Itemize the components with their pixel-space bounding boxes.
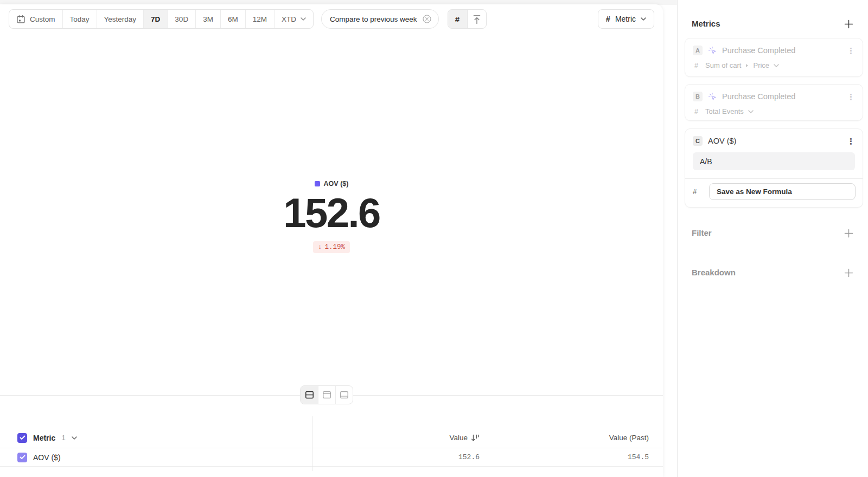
legend-color-swatch: [315, 181, 320, 186]
compare-chip-label: Compare to previous week: [330, 15, 417, 23]
row-value-past: 154.5: [628, 448, 649, 466]
kpi-legend: AOV ($): [315, 180, 349, 188]
metric-event-name: Purchase Completed: [722, 92, 795, 101]
metric-type-button[interactable]: # Metric: [598, 9, 654, 29]
metric-options-menu[interactable]: ⋮: [847, 47, 855, 55]
date-range-12m[interactable]: 12M: [246, 10, 275, 28]
add-filter-button[interactable]: [844, 228, 853, 238]
hash-icon: #: [694, 62, 701, 69]
date-range-label: Custom: [30, 15, 55, 23]
chevron-down-icon: [301, 17, 306, 21]
toolbar: Custom Today Yesterday 7D 30D 3M 6M 12M …: [9, 9, 654, 29]
add-breakdown-button[interactable]: [844, 268, 853, 278]
kpi-value: 152.6: [0, 192, 663, 234]
split-view-icon: [304, 390, 315, 400]
layout-table-only-button[interactable]: [335, 386, 353, 404]
metric-button-label: Metric: [615, 15, 636, 23]
query-builder-sidebar: Metrics A Purchase Completed ⋮ # Sum of …: [677, 0, 868, 477]
event-click-icon: [708, 46, 717, 55]
value-column-header[interactable]: Value: [449, 428, 480, 448]
row-value: 152.6: [458, 448, 480, 466]
date-range-selector: Custom Today Yesterday 7D 30D 3M 6M 12M …: [9, 9, 314, 29]
date-range-7d[interactable]: 7D: [144, 10, 168, 28]
metric-count: 1: [61, 434, 66, 442]
hash-icon: #: [693, 188, 709, 196]
report-canvas: Custom Today Yesterday 7D 30D 3M 6M 12M …: [0, 4, 663, 477]
hash-icon: #: [694, 108, 701, 115]
calendar-icon: [16, 15, 25, 24]
remove-compare-icon[interactable]: [422, 14, 432, 24]
top-panel-icon: [322, 390, 332, 400]
change-value: 1.19%: [325, 243, 346, 251]
metric-card-a[interactable]: A Purchase Completed ⋮ # Sum of cart Pri…: [685, 38, 863, 77]
value-past-column-header: Value (Past): [609, 428, 649, 448]
hash-icon: #: [606, 15, 610, 23]
metric-options-menu[interactable]: ⋮: [847, 137, 855, 145]
absolute-number-toggle[interactable]: #: [448, 10, 467, 28]
add-metric-button[interactable]: [844, 19, 853, 29]
event-click-icon: [708, 92, 717, 101]
row-checkbox[interactable]: [17, 453, 27, 462]
formula-input[interactable]: A/B: [693, 152, 855, 170]
metric-letter-badge: C: [693, 136, 703, 146]
layout-split-view-button[interactable]: [301, 386, 318, 404]
chevron-down-icon: [641, 17, 646, 21]
formula-metric-name: AOV ($): [708, 137, 736, 145]
date-range-custom[interactable]: Custom: [9, 10, 63, 28]
table-header-row: Metric 1 Value Value (Past): [0, 428, 663, 448]
metric-card-c[interactable]: C AOV ($) ⋮ A/B # Save as New Formula: [685, 128, 863, 208]
date-range-3m[interactable]: 3M: [196, 10, 221, 28]
chevron-down-icon: [748, 110, 754, 113]
value-display-toggle: #: [448, 9, 487, 29]
compare-chip[interactable]: Compare to previous week: [321, 9, 439, 29]
breakdown-section-title: Breakdown: [692, 268, 736, 277]
arrow-down-icon: ↓: [318, 243, 322, 251]
table-column-divider: [312, 416, 312, 471]
layout-switcher: [300, 385, 353, 404]
aggregation-selector[interactable]: # Sum of cart Price: [693, 61, 855, 69]
metric-letter-badge: A: [693, 46, 703, 55]
metric-event-name: Purchase Completed: [722, 46, 795, 55]
metric-column-header: Metric: [33, 434, 55, 442]
change-badge: ↓ 1.19%: [313, 241, 350, 253]
bottom-panel-icon: [339, 390, 349, 400]
save-as-new-formula-button[interactable]: Save as New Formula: [709, 183, 856, 200]
metric-letter-badge: B: [693, 92, 703, 101]
kpi-panel: AOV ($) 152.6 ↓ 1.19%: [0, 179, 663, 253]
sort-descending-icon[interactable]: [471, 434, 480, 442]
metric-options-menu[interactable]: ⋮: [847, 93, 855, 101]
uplift-toggle[interactable]: [467, 10, 486, 28]
date-range-30d[interactable]: 30D: [168, 10, 196, 28]
chevron-down-icon: [774, 64, 779, 67]
aggregation-selector[interactable]: # Total Events: [693, 107, 855, 115]
arrow-right-separator-icon: [745, 63, 749, 68]
metrics-section-title: Metrics: [692, 19, 720, 28]
chevron-down-icon[interactable]: [72, 436, 77, 440]
hash-icon: #: [455, 15, 459, 24]
legend-label: AOV ($): [324, 180, 349, 188]
row-metric-label: AOV ($): [33, 453, 61, 462]
layout-chart-only-button[interactable]: [318, 386, 335, 404]
date-range-xtd[interactable]: XTD: [275, 10, 313, 28]
card-divider: [685, 178, 863, 179]
metric-card-b[interactable]: B Purchase Completed ⋮ # Total Events: [685, 84, 863, 121]
date-range-yesterday[interactable]: Yesterday: [97, 10, 144, 28]
date-range-6m[interactable]: 6M: [221, 10, 246, 28]
filter-section-title: Filter: [692, 228, 712, 237]
uplift-arrow-icon: [471, 14, 482, 24]
select-all-checkbox[interactable]: [17, 433, 27, 443]
table-row[interactable]: AOV ($) 152.6 154.5: [0, 448, 663, 467]
date-range-today[interactable]: Today: [63, 10, 97, 28]
